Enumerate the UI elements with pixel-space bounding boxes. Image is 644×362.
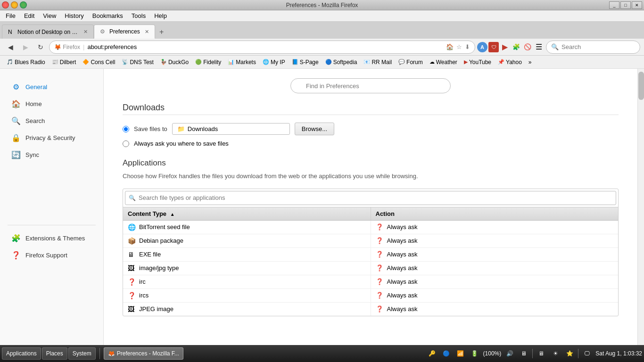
minimize-button[interactable] — [11, 1, 18, 8]
menu-edit[interactable]: Edit — [20, 11, 38, 20]
downloads-row: Save files to 📁 Downloads Browse... — [123, 123, 619, 135]
win-controls[interactable]: _ □ ✕ — [609, 1, 642, 9]
tray-desktop[interactable]: 🖵 — [581, 348, 593, 359]
find-in-preferences-input[interactable] — [290, 78, 451, 93]
forward-button[interactable]: ▶ — [19, 41, 32, 54]
taskbar-system[interactable]: System — [68, 347, 96, 360]
bookmark-icon[interactable]: ☆ — [456, 43, 462, 50]
hamburger-menu[interactable]: ☰ — [534, 42, 544, 52]
home-icon[interactable]: 🏠 — [446, 43, 454, 50]
menu-history[interactable]: History — [61, 11, 87, 20]
always-ask-radio[interactable] — [123, 140, 129, 147]
jpg-action-icon: ❓ — [376, 264, 383, 272]
tray-volume[interactable]: 🔊 — [504, 348, 515, 359]
applications-desc: Choose how Firefox handles the files you… — [123, 172, 619, 181]
search-box[interactable]: 🔍 — [546, 41, 640, 54]
taskbar-applications[interactable]: Applications — [2, 347, 41, 360]
bookmark-forum[interactable]: 💬 Forum — [396, 58, 426, 66]
extension-icon[interactable]: 🧩 — [511, 42, 521, 52]
menu-bookmarks[interactable]: Bookmarks — [89, 11, 127, 20]
bookmark-markets[interactable]: 📊 Markets — [225, 58, 259, 66]
bookmark-my-ip[interactable]: 🌐 My IP — [260, 58, 288, 66]
tab-notion[interactable]: N Notion of Desktop on Ub ✕ — [2, 25, 94, 39]
sidebar-item-privacy[interactable]: 🔒 Privacy & Security — [4, 130, 99, 146]
bookmark-dilbert[interactable]: 📰 Dilbert — [49, 58, 79, 66]
window-controls[interactable] — [2, 1, 27, 8]
menu-view[interactable]: View — [39, 11, 60, 20]
new-tab-button[interactable]: + — [155, 25, 168, 39]
blocked-icon[interactable]: 🚫 — [522, 42, 533, 52]
cell-debian-action: ❓ Always ask — [371, 234, 619, 247]
bookmark-duckgo[interactable]: 🦆 DuckGo — [157, 58, 191, 66]
table-row[interactable]: 🌐 BitTorrent seed file ❓ Always ask — [123, 221, 618, 234]
bookmark-yahoo[interactable]: 📌 Yahoo — [495, 58, 525, 66]
sidebar-item-sync[interactable]: 🔄 Sync — [4, 147, 99, 163]
bookmark-rr-mail[interactable]: 📧 RR Mail — [361, 58, 395, 66]
prefs-tab-close[interactable]: ✕ — [145, 29, 149, 35]
menu-file[interactable]: File — [2, 11, 19, 20]
bookmark-fidelity[interactable]: 🟢 Fidelity — [192, 58, 224, 66]
tray-display[interactable]: 🖥 — [518, 348, 529, 359]
taskbar-active-app[interactable]: 🦊 Preferences - Mozilla F... — [104, 347, 183, 360]
address-separator: | — [83, 43, 84, 50]
sidebar-item-support[interactable]: ❓ Firefox Support — [4, 247, 99, 263]
win-minimize[interactable]: _ — [609, 1, 619, 9]
bookmark-softpedia[interactable]: 🔵 Softpedia — [322, 58, 360, 66]
bookmark-blues-radio[interactable]: 🎵 Blues Radio — [4, 58, 48, 66]
sidebar-item-extensions[interactable]: 🧩 Extensions & Themes — [4, 230, 99, 247]
download-icon[interactable]: ⬇ — [465, 43, 470, 50]
tray-monitor[interactable]: 🖥 — [536, 348, 547, 359]
sidebar-item-general[interactable]: ⚙ General — [4, 79, 99, 95]
save-files-radio[interactable] — [123, 126, 129, 132]
app-search-input[interactable] — [125, 191, 616, 205]
jpg-icon: 🖼 — [128, 264, 135, 272]
bittorrent-icon: 🌐 — [128, 223, 135, 231]
bookmark-weather[interactable]: ☁ Weather — [427, 58, 460, 66]
sidebar-item-home[interactable]: 🏠 Home — [4, 96, 99, 112]
media-icon[interactable]: ▶ — [500, 42, 510, 52]
bookmark-s-page[interactable]: 📘 S-Page — [289, 58, 322, 66]
address-bar[interactable]: 🦊 Firefox | 🏠 ☆ ⬇ — [49, 41, 475, 54]
tray-battery[interactable]: 🔋 — [469, 348, 480, 359]
debian-action-icon: ❓ — [376, 237, 383, 244]
tray-signal[interactable]: 📶 — [455, 348, 466, 359]
firefox-label: 🦊 Firefox — [54, 44, 80, 50]
table-row[interactable]: ❓ ircs ❓ Always ask — [123, 289, 618, 303]
col-action[interactable]: Action — [371, 207, 619, 220]
menu-help[interactable]: Help — [150, 11, 171, 20]
profile-avatar[interactable]: A — [477, 42, 487, 52]
table-row[interactable]: 🖼 JPEG image ❓ Always ask — [123, 303, 618, 316]
bookmark-cons-cell[interactable]: 🔶 Cons Cell — [80, 58, 118, 66]
menu-tools[interactable]: Tools — [128, 11, 149, 20]
table-row[interactable]: ❓ irc ❓ Always ask — [123, 275, 618, 289]
bookmark-more[interactable]: » — [526, 58, 535, 66]
tab-preferences[interactable]: ⚙ Preferences ✕ — [94, 25, 155, 39]
win-close[interactable]: ✕ — [632, 1, 642, 9]
tray-star[interactable]: ⭐ — [564, 348, 575, 359]
sidebar-item-search[interactable]: 🔍 Search — [4, 113, 99, 129]
address-input[interactable] — [87, 43, 443, 50]
table-row[interactable]: 🖼 image/jpg type ❓ Always ask — [123, 262, 618, 275]
tray-sun[interactable]: ☀ — [550, 348, 561, 359]
shield-icon[interactable]: 🛡 — [488, 42, 499, 52]
page-scrollbar[interactable] — [637, 69, 644, 345]
close-button[interactable] — [2, 1, 9, 8]
scrollbar-thumb[interactable] — [638, 72, 644, 100]
tray-icon-1[interactable]: 🔑 — [427, 348, 438, 359]
sidebar-home-label: Home — [25, 100, 42, 107]
maximize-button[interactable] — [20, 1, 27, 8]
col-content-type[interactable]: Content Type ▲ — [123, 207, 371, 220]
bookmark-dns-test[interactable]: 📡 DNS Test — [119, 58, 156, 66]
bookmark-youtube[interactable]: ▶ YouTube — [461, 58, 494, 66]
tray-bluetooth[interactable]: 🔵 — [441, 348, 452, 359]
table-row[interactable]: 📦 Debian package ❓ Always ask — [123, 234, 618, 248]
browse-button[interactable]: Browse... — [295, 123, 334, 135]
refresh-button[interactable]: ↻ — [34, 41, 47, 54]
notion-tab-close[interactable]: ✕ — [83, 29, 88, 35]
taskbar-places[interactable]: Places — [42, 347, 67, 360]
back-button[interactable]: ◀ — [4, 41, 17, 54]
win-maximize[interactable]: □ — [620, 1, 631, 9]
search-input[interactable] — [561, 43, 635, 50]
cell-jpg-action: ❓ Always ask — [371, 262, 619, 274]
table-row[interactable]: 🖥 EXE file ❓ Always ask — [123, 248, 618, 262]
